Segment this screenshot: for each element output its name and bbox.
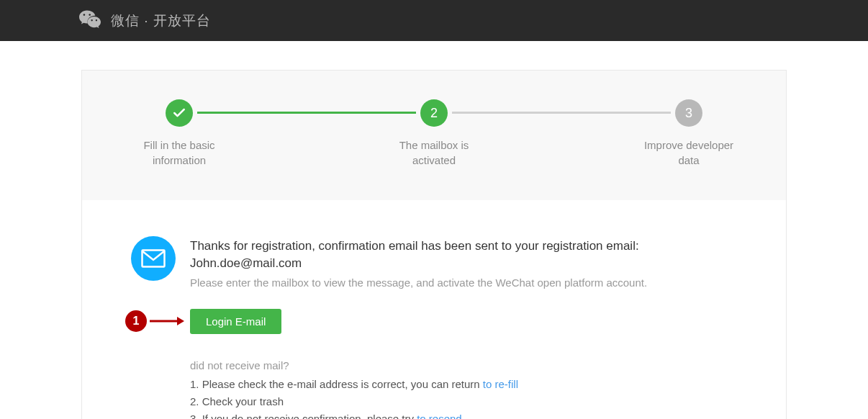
- svg-marker-2: [177, 317, 184, 325]
- confirmation-title: Thanks for registration, confirmation em…: [190, 238, 743, 272]
- help-section: did not receive mail? 1. Please check th…: [190, 359, 743, 419]
- checkmark-icon: [172, 106, 186, 120]
- main-container: Fill in the basic information 2 The mail…: [81, 70, 787, 419]
- step-2-label: The mailbox is activated: [380, 138, 488, 168]
- mail-icon: [141, 249, 166, 268]
- step-2-circle: 2: [420, 99, 448, 127]
- help-line-1-text: 1. Please check the e-mail address is co…: [190, 378, 483, 390]
- step-3-label: Improve developer data: [635, 138, 743, 168]
- annotation-badge: 1: [125, 310, 147, 332]
- confirmation-row: Thanks for registration, confirmation em…: [161, 236, 743, 289]
- steps-section: Fill in the basic information 2 The mail…: [82, 71, 786, 200]
- help-line-3-text: 3. If you do not receive confirmation, p…: [190, 413, 417, 419]
- wechat-icon: [79, 10, 101, 32]
- help-title: did not receive mail?: [190, 359, 743, 371]
- step-1-label: Fill in the basic information: [125, 138, 233, 168]
- step-1-circle: [166, 99, 193, 127]
- confirmation-subtitle: Please enter the mailbox to view the mes…: [190, 276, 743, 289]
- header-logo: 微信 · 开放平台: [79, 10, 211, 32]
- resend-link[interactable]: to resend: [417, 413, 462, 419]
- refill-link[interactable]: to re-fill: [483, 378, 518, 390]
- step-3-circle: 3: [675, 99, 702, 127]
- login-email-button[interactable]: Login E-mail: [190, 309, 281, 334]
- step-1: Fill in the basic information: [125, 99, 233, 168]
- step-2: 2 The mailbox is activated: [380, 99, 488, 168]
- content-section: Thanks for registration, confirmation em…: [82, 200, 786, 419]
- login-row: 1 Login E-mail: [190, 309, 743, 334]
- help-line-1: 1. Please check the e-mail address is co…: [190, 376, 743, 393]
- header-title: 微信 · 开放平台: [111, 12, 211, 30]
- arrow-right-icon: [150, 315, 184, 327]
- header-bar: 微信 · 开放平台: [0, 0, 868, 41]
- confirmation-text: Thanks for registration, confirmation em…: [190, 236, 743, 289]
- help-line-2: 2. Check your trash: [190, 393, 743, 410]
- annotation-1: 1: [125, 310, 184, 332]
- step-3: 3 Improve developer data: [635, 99, 743, 168]
- mail-icon-circle: [131, 236, 176, 281]
- help-line-3: 3. If you do not receive confirmation, p…: [190, 410, 743, 419]
